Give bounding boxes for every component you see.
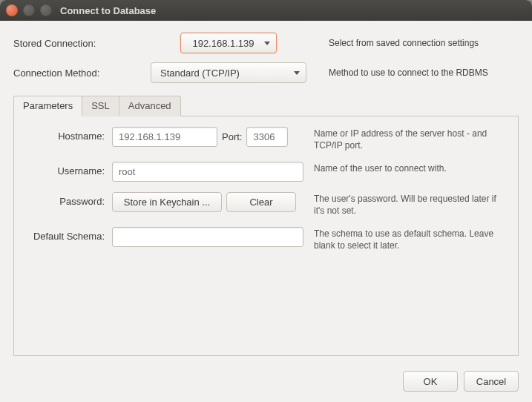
port-label: Port:: [222, 131, 242, 142]
default-schema-input[interactable]: [112, 227, 303, 247]
ok-label: OK: [424, 376, 438, 387]
username-input[interactable]: [112, 162, 303, 182]
cancel-button[interactable]: Cancel: [464, 371, 519, 392]
username-row: Username: Name of the user to connect wi…: [23, 162, 509, 182]
titlebar: Connect to Database: [0, 0, 532, 21]
password-help: The user's password. Will be requested l…: [305, 192, 509, 217]
password-label: Password:: [23, 192, 112, 207]
ok-button[interactable]: OK: [403, 371, 458, 392]
window-title: Connect to Database: [60, 5, 156, 16]
username-help: Name of the user to connect with.: [305, 162, 509, 175]
password-row: Password: Store in Keychain ... Clear Th…: [23, 192, 509, 217]
chevron-down-icon: [264, 42, 270, 45]
tab-panel-parameters: Hostname: Port: Name or IP address of th…: [13, 116, 519, 356]
store-keychain-button[interactable]: Store in Keychain ...: [112, 192, 222, 212]
default-schema-label: Default Schema:: [23, 227, 112, 242]
clear-password-button[interactable]: Clear: [226, 192, 296, 212]
content-area: Stored Connection: 192.168.1.139 Select …: [0, 21, 532, 363]
stored-connection-label: Stored Connection:: [13, 38, 151, 49]
chevron-down-icon: [294, 71, 300, 75]
tab-ssl[interactable]: SSL: [82, 96, 119, 116]
cancel-label: Cancel: [476, 376, 506, 387]
connection-method-label: Connection Method:: [13, 67, 151, 79]
hostname-help: Name or IP address of the server host - …: [305, 127, 509, 151]
clear-password-label: Clear: [249, 197, 272, 208]
stored-connection-dropdown[interactable]: 192.168.1.139: [180, 33, 277, 53]
stored-connection-value: 192.168.1.139: [187, 38, 260, 49]
hostname-input[interactable]: [112, 127, 217, 147]
stored-connection-row: Stored Connection: 192.168.1.139 Select …: [13, 33, 519, 53]
connection-method-row: Connection Method: Standard (TCP/IP) Met…: [13, 62, 519, 83]
port-input[interactable]: [246, 127, 288, 147]
maximize-icon[interactable]: [40, 4, 52, 16]
default-schema-help: The schema to use as default schema. Lea…: [305, 227, 509, 251]
connection-method-dropdown[interactable]: Standard (TCP/IP): [151, 62, 306, 83]
tab-parameters[interactable]: Parameters: [13, 96, 82, 116]
dialog-window: Connect to Database Stored Connection: 1…: [0, 0, 532, 402]
username-label: Username:: [23, 162, 112, 177]
hostname-label: Hostname:: [23, 127, 112, 142]
connection-method-value: Standard (TCP/IP): [157, 67, 289, 79]
dialog-footer: OK Cancel: [0, 363, 532, 402]
connection-method-help: Method to use to connect to the RDBMS: [306, 67, 519, 78]
stored-connection-help: Select from saved connection settings: [306, 38, 519, 48]
close-icon[interactable]: [6, 4, 18, 16]
minimize-icon[interactable]: [23, 4, 35, 16]
tab-advanced[interactable]: Advanced: [119, 96, 181, 116]
hostname-row: Hostname: Port: Name or IP address of th…: [23, 127, 509, 151]
default-schema-row: Default Schema: The schema to use as def…: [23, 227, 509, 251]
tab-bar: Parameters SSL Advanced: [13, 95, 519, 116]
store-keychain-label: Store in Keychain ...: [124, 197, 210, 208]
